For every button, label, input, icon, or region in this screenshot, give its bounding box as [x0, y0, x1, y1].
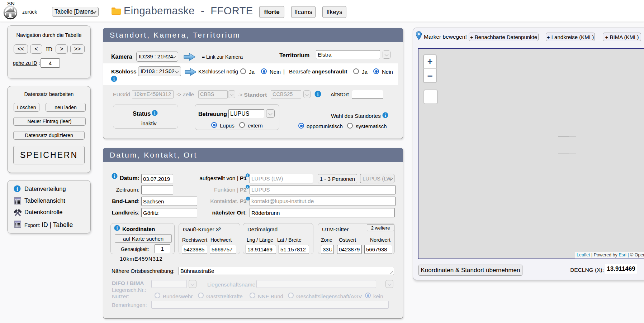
svg-text:i: i: [16, 186, 18, 192]
svg-text:i: i: [117, 226, 118, 231]
svg-text:i: i: [317, 91, 319, 97]
svg-text:i: i: [154, 111, 156, 116]
svg-text:i: i: [113, 76, 115, 82]
svg-text:i: i: [385, 113, 386, 118]
